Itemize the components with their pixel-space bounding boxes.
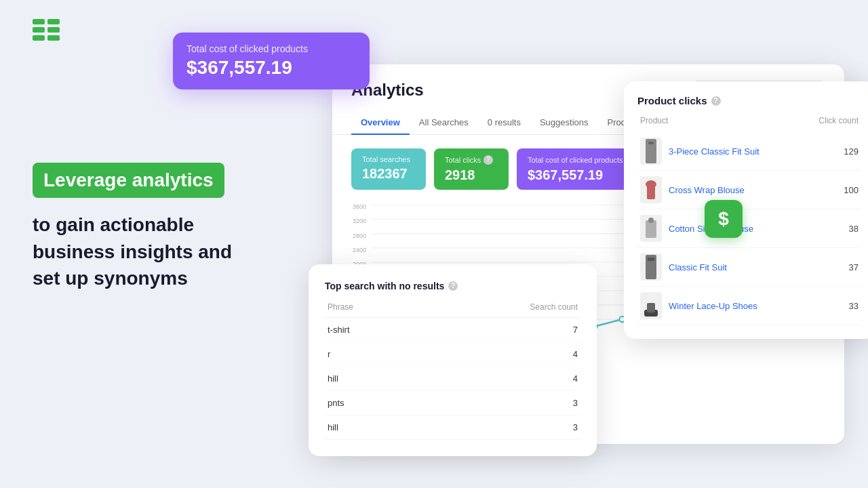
svg-rect-51 [647, 303, 655, 312]
product-name-1[interactable]: Cross Wrap Blouse [669, 185, 837, 195]
product-img-3 [640, 253, 662, 281]
col-product-header: Product [640, 116, 668, 125]
product-row: Cross Wrap Blouse 100 [637, 171, 861, 209]
svg-rect-45 [647, 186, 655, 199]
product-count-2: 38 [849, 224, 859, 234]
info-icon-no-results[interactable]: ? [448, 281, 458, 291]
col-phrase-header: Phrase [328, 302, 353, 312]
phrase-1: r [328, 349, 330, 359]
no-results-row: t-shirt 7 [325, 318, 580, 342]
product-img-4 [640, 292, 662, 319]
tab-0-results[interactable]: 0 results [478, 110, 530, 134]
no-results-title: Top search with no results ? [325, 281, 580, 291]
svg-rect-47 [648, 218, 654, 223]
tab-suggestions[interactable]: Suggestions [530, 110, 598, 134]
svg-rect-5 [47, 35, 60, 41]
highlight-text: Leverage analytics [43, 169, 214, 190]
count-1: 4 [573, 349, 578, 359]
col-search-count-header: Search count [530, 302, 578, 312]
svg-rect-4 [33, 35, 45, 41]
stat-clicks-value: 2918 [445, 167, 498, 183]
product-count-1: 100 [844, 185, 859, 195]
body-text: to gain actionable business insights and… [33, 211, 304, 291]
svg-rect-43 [648, 142, 654, 144]
dollar-icon: $ [718, 208, 729, 230]
product-count-3: 37 [849, 262, 859, 272]
count-4: 3 [573, 422, 578, 432]
cost-tooltip: Total cost of clicked products $367,557.… [173, 33, 370, 89]
phrase-2: hill [328, 373, 338, 384]
product-clicks-title: Product clicks ? [637, 95, 861, 106]
stat-cost-value: $367,557.19 [528, 167, 635, 183]
svg-text:2400: 2400 [353, 247, 366, 253]
tab-overview[interactable]: Overview [351, 110, 410, 134]
info-icon-clicks[interactable]: ? [484, 155, 493, 165]
product-count-0: 129 [844, 146, 859, 157]
stat-clicks-label: Total clicks ? [445, 155, 498, 165]
product-name-2[interactable]: Cotton Simple Blouse [669, 224, 842, 234]
product-row: Winter Lace-Up Shoes 33 [637, 287, 861, 325]
app-logo [33, 19, 60, 49]
col-count-header: Click count [818, 116, 859, 125]
product-img-0 [640, 138, 662, 165]
count-0: 7 [573, 325, 578, 335]
stat-searches-value: 182367 [362, 166, 415, 182]
no-results-row: r 4 [325, 342, 580, 367]
dollar-badge: $ [705, 200, 743, 238]
left-section: Leverage analytics to gain actionable bu… [33, 163, 304, 291]
count-3: 3 [573, 398, 578, 408]
phrase-4: hill [328, 422, 338, 432]
svg-rect-3 [47, 27, 60, 33]
svg-text:2800: 2800 [353, 232, 366, 239]
stat-cost-label: Total cost of clicked products ? [528, 155, 635, 165]
product-name-0[interactable]: 3-Piece Classic Fit Suit [669, 146, 837, 157]
stat-searches-label: Total searches [362, 155, 415, 163]
phrase-3: pnts [328, 398, 344, 408]
product-clicks-panel: Product clicks ? Product Click count 3-P… [624, 81, 868, 339]
product-name-4[interactable]: Winter Lace-Up Shoes [669, 301, 842, 311]
product-row: Classic Fit Suit 37 [637, 248, 861, 287]
product-img-1 [640, 176, 662, 203]
count-2: 4 [573, 373, 578, 384]
no-results-table-header: Phrase Search count [325, 302, 580, 318]
svg-text:3600: 3600 [353, 203, 366, 210]
svg-rect-1 [47, 19, 60, 24]
product-count-4: 33 [849, 301, 859, 311]
no-results-row: pnts 3 [325, 391, 580, 415]
svg-rect-2 [33, 27, 45, 33]
no-results-row: hill 3 [325, 415, 580, 440]
product-img-2 [640, 215, 662, 242]
stat-total-searches: Total searches 182367 [351, 148, 426, 190]
tab-all-searches[interactable]: All Searches [410, 110, 478, 134]
phrase-0: t-shirt [328, 325, 350, 335]
svg-rect-49 [648, 258, 654, 261]
svg-text:3200: 3200 [353, 218, 366, 224]
product-clicks-table-header: Product Click count [637, 116, 861, 125]
cost-tooltip-value: $367,557.19 [186, 57, 356, 79]
cost-tooltip-label: Total cost of clicked products [186, 43, 356, 54]
no-results-panel: Top search with no results ? Phrase Sear… [309, 264, 597, 456]
product-row: 3-Piece Classic Fit Suit 129 [637, 132, 861, 171]
product-row: Cotton Simple Blouse 38 [637, 209, 861, 248]
svg-rect-0 [33, 19, 45, 24]
highlight-box: Leverage analytics [33, 163, 224, 198]
no-results-row: hill 4 [325, 367, 580, 391]
product-name-3[interactable]: Classic Fit Suit [669, 262, 842, 272]
stat-total-clicks: Total clicks ? 2918 [434, 148, 509, 190]
info-icon-product-clicks[interactable]: ? [711, 96, 721, 106]
